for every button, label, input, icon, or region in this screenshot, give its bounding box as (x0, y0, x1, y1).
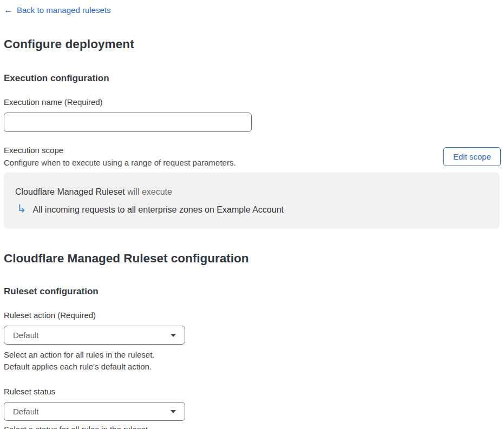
back-arrow-icon: ← (4, 5, 13, 15)
scope-summary-target: All incoming requests to all enterprise … (33, 205, 284, 215)
ruleset-action-help-line1: Select an action for all rules in the ru… (4, 349, 501, 361)
configure-deployment-page: ← Back to managed rulesets Configure dep… (0, 0, 504, 429)
page-title: Configure deployment (4, 37, 501, 51)
ruleset-configuration-section-heading: Cloudflare Managed Ruleset configuration (4, 252, 501, 266)
execution-name-label: Execution name (Required) (4, 97, 501, 107)
scope-summary-line1: Cloudflare Managed Ruleset will execute (15, 187, 489, 197)
execution-name-input[interactable] (4, 113, 252, 132)
ruleset-action-help-line2: Default applies each rule's default acti… (4, 361, 501, 373)
execution-scope-text: Execution scope Configure when to execut… (4, 146, 236, 167)
chevron-down-icon (171, 410, 176, 413)
execution-configuration-heading: Execution configuration (4, 73, 501, 84)
ruleset-configuration-subheading: Ruleset configuration (4, 286, 501, 297)
ruleset-action-help: Select an action for all rules in the ru… (4, 349, 501, 373)
scope-summary-box: Cloudflare Managed Ruleset will execute … (4, 173, 500, 229)
execution-scope-row: Execution scope Configure when to execut… (4, 146, 501, 167)
back-link-label: Back to managed rulesets (17, 5, 110, 15)
execution-scope-label: Execution scope (4, 146, 236, 155)
ruleset-action-selected-value: Default (13, 331, 39, 340)
edit-scope-button[interactable]: Edit scope (443, 147, 501, 166)
branch-arrow-icon: ↳ (17, 203, 27, 214)
ruleset-status-label: Ruleset status (4, 387, 501, 396)
ruleset-status-help: Select a status for all rules in the rul… (4, 425, 501, 429)
back-to-managed-rulesets-link[interactable]: ← Back to managed rulesets (4, 5, 110, 15)
scope-summary-ruleset-name: Cloudflare Managed Ruleset (15, 187, 125, 196)
scope-summary-will-execute: will execute (125, 187, 172, 196)
ruleset-status-selected-value: Default (13, 407, 39, 416)
execution-scope-description: Configure when to execute using a range … (4, 158, 236, 167)
ruleset-action-label: Ruleset action (Required) (4, 311, 501, 320)
ruleset-status-select[interactable]: Default (4, 402, 185, 421)
scope-summary-line2: ↳ All incoming requests to all enterpris… (15, 204, 489, 215)
chevron-down-icon (171, 334, 176, 337)
ruleset-action-select[interactable]: Default (4, 326, 185, 345)
